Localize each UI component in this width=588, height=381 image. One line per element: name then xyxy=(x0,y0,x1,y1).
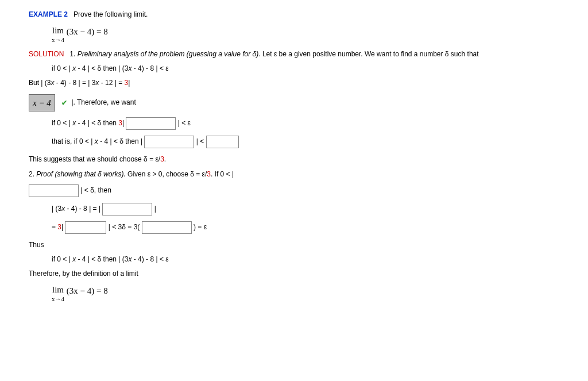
condition-3: that is, if 0 < | x - 4 | < δ then | | < xyxy=(52,136,559,148)
but-line: But | (3x - 4) - 8 | = | 3x - 12 | = 3| xyxy=(29,78,559,88)
blank-input-6[interactable] xyxy=(65,221,106,234)
limit-expression-bottom: lim x→4 (3x − 4) = 8 xyxy=(52,283,559,305)
condition-1: if 0 < | x - 4 | < δ then | (3x - 4) - 8… xyxy=(52,63,559,74)
therefore-line: Therefore, by the definition of a limit xyxy=(29,268,559,279)
thus-condition: if 0 < | x - 4 | < δ then | (3x - 4) - 8… xyxy=(52,254,559,265)
check-icon: ✔ xyxy=(61,98,67,109)
solution-label: SOLUTION xyxy=(29,50,64,58)
blank-input-3[interactable] xyxy=(206,136,239,148)
lt-delta-row: | < δ, then xyxy=(29,184,559,197)
blank-input-5[interactable] xyxy=(102,203,152,215)
example-label: EXAMPLE 2 xyxy=(29,10,68,18)
eq2-row: = 3| | < 3δ = 3( ) = ε xyxy=(52,221,559,234)
blank-input-1[interactable] xyxy=(126,117,176,130)
blank-input-2[interactable] xyxy=(144,136,194,148)
example-header: EXAMPLE 2 Prove the following limit. xyxy=(29,9,559,20)
blank-input-4[interactable] xyxy=(29,184,79,197)
eq1-row: | (3x - 4) - 8 | = | | xyxy=(52,203,559,215)
answer-row: x − 4 ✔ |. Therefore, we want xyxy=(29,94,559,111)
blank-input-7[interactable] xyxy=(142,221,192,234)
thus-label: Thus xyxy=(29,240,559,251)
answer-input-1[interactable]: x − 4 xyxy=(29,94,55,111)
condition-2: if 0 < | x - 4 | < δ then 3| | < ε xyxy=(52,117,559,130)
limit-expression-top: lim x→4 (3x − 4) = 8 xyxy=(52,24,559,45)
prompt-text: Prove the following limit. xyxy=(74,10,148,18)
solution-intro: SOLUTION 1. Preliminary analysis of the … xyxy=(29,49,559,60)
suggest-line: This suggests that we should choose δ = … xyxy=(29,154,559,165)
proof-intro: 2. Proof (showing that δ works). Given ε… xyxy=(29,169,559,180)
